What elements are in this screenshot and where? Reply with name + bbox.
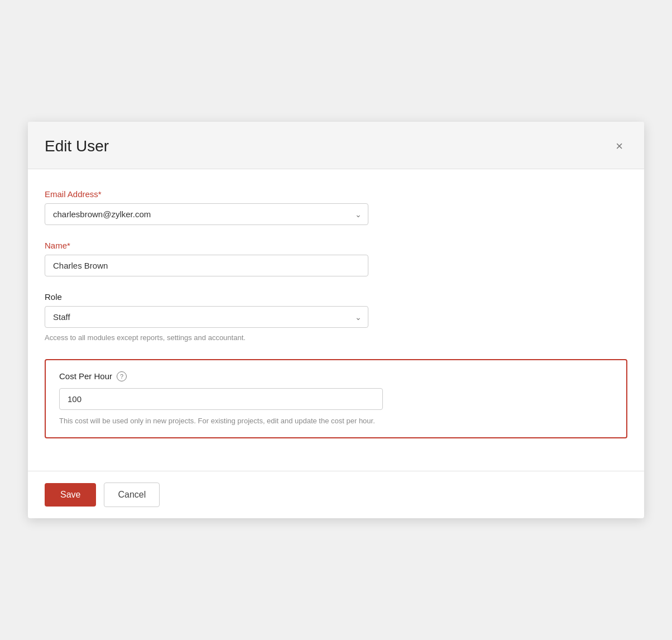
modal-footer: Save Cancel xyxy=(28,471,644,518)
role-form-group: Role Staff Admin Manager Accountant ⌄ Ac… xyxy=(45,292,627,343)
email-label: Email Address* xyxy=(45,189,627,199)
email-form-group: Email Address* charlesbrown@zylker.com ⌄ xyxy=(45,189,627,225)
role-label: Role xyxy=(45,292,627,302)
name-label: Name* xyxy=(45,241,627,250)
email-select[interactable]: charlesbrown@zylker.com xyxy=(45,203,368,225)
cost-label-row: Cost Per Hour ? xyxy=(59,371,613,381)
role-select[interactable]: Staff Admin Manager Accountant xyxy=(45,306,368,328)
cost-label: Cost Per Hour xyxy=(59,371,112,381)
modal-header: Edit User × xyxy=(28,122,644,169)
name-input[interactable] xyxy=(45,255,368,276)
modal-title: Edit User xyxy=(45,137,109,155)
cost-description: This cost will be used only in new proje… xyxy=(59,415,561,427)
help-icon[interactable]: ? xyxy=(117,371,127,381)
close-button[interactable]: × xyxy=(611,138,627,155)
role-select-wrapper: Staff Admin Manager Accountant ⌄ xyxy=(45,306,368,328)
cost-input[interactable] xyxy=(59,388,383,410)
role-description: Access to all modules except reports, se… xyxy=(45,332,368,343)
cancel-button[interactable]: Cancel xyxy=(104,483,160,507)
edit-user-modal: Edit User × Email Address* charlesbrown@… xyxy=(28,122,644,518)
email-select-wrapper: charlesbrown@zylker.com ⌄ xyxy=(45,203,368,225)
name-form-group: Name* xyxy=(45,241,627,276)
cost-per-hour-box: Cost Per Hour ? This cost will be used o… xyxy=(45,359,627,439)
modal-body: Email Address* charlesbrown@zylker.com ⌄… xyxy=(28,169,644,471)
save-button[interactable]: Save xyxy=(45,483,96,507)
